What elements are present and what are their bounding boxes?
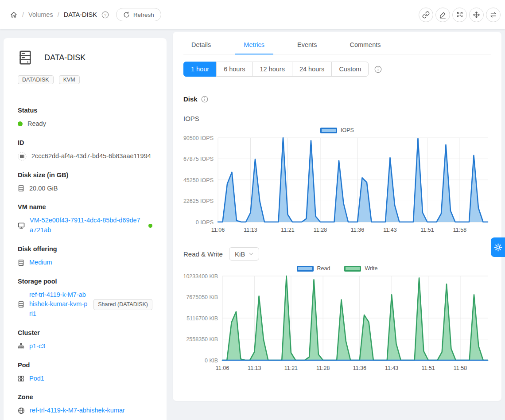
range-1-hour[interactable]: 1 hour	[183, 62, 217, 77]
section-id: ID 2ccc62dd-af4a-43d7-bd45-6b83aae11994	[18, 139, 152, 161]
storage-pool-link[interactable]: ref-trl-4119-k-M7-abhishek-kumar-kvm-pri…	[29, 290, 89, 319]
svg-text:7675050 KiB: 7675050 KiB	[186, 294, 218, 300]
svg-text:45250 IOPS: 45250 IOPS	[183, 177, 214, 183]
svg-text:11:51: 11:51	[420, 227, 434, 233]
disk-heading: Disk	[183, 95, 198, 103]
disk-info-icon[interactable]	[201, 96, 208, 103]
range-custom[interactable]: Custom	[331, 62, 369, 77]
disk-offering-link[interactable]: Medium	[29, 258, 52, 268]
tag-kvm: KVM	[59, 75, 80, 84]
svg-text:11:13: 11:13	[244, 227, 257, 233]
breadcrumb-separator: /	[22, 11, 24, 18]
svg-text:11:58: 11:58	[453, 227, 466, 233]
detail-panel: Details Metrics Events Comments 1 hour 6…	[173, 32, 501, 401]
disk-offering-label: Disk offering	[18, 245, 152, 253]
legend-swatch-read[interactable]	[297, 266, 314, 272]
svg-text:0 IOPS: 0 IOPS	[196, 219, 214, 226]
svg-text:?: ?	[104, 12, 106, 17]
section-pod: Pod Pod1	[18, 362, 152, 384]
breadcrumb: / Volumes / DATA-DISK ?	[10, 11, 109, 19]
iops-title: IOPS	[183, 115, 199, 122]
section-disk-offering: Disk offering Medium	[18, 245, 152, 268]
svg-text:11:13: 11:13	[248, 365, 261, 371]
resource-sidebar: DATA-DISK DATADISK KVM Status Ready ID	[4, 38, 167, 420]
svg-text:11:06: 11:06	[216, 365, 229, 371]
info-icon[interactable]	[374, 66, 382, 73]
id-label: ID	[18, 139, 152, 146]
section-disk-size: Disk size (in GB) 20.00 GiB	[18, 171, 152, 194]
svg-text:0 KiB: 0 KiB	[205, 358, 218, 364]
refresh-label: Refresh	[133, 12, 154, 18]
resource-title: DATA-DISK	[44, 53, 85, 62]
breadcrumb-volumes-link[interactable]: Volumes	[28, 11, 53, 18]
breadcrumb-current: DATA-DISK	[64, 11, 97, 18]
pod-icon	[18, 375, 24, 382]
globe-icon	[18, 407, 25, 414]
legend-swatch-iops[interactable]	[320, 128, 337, 133]
edit-button[interactable]	[435, 8, 450, 22]
svg-text:11:28: 11:28	[314, 227, 327, 233]
storage-pool-label: Storage pool	[18, 278, 152, 285]
time-range-group: 1 hour 6 hours 12 hours 24 hours Custom	[183, 62, 491, 77]
range-6-hours[interactable]: 6 hours	[216, 62, 252, 77]
vm-state-dot	[148, 224, 152, 228]
range-12-hours[interactable]: 12 hours	[252, 62, 292, 77]
tab-details[interactable]: Details	[189, 41, 214, 54]
legend-swatch-write[interactable]	[344, 266, 361, 272]
barcode-icon	[18, 152, 27, 161]
status-dot	[18, 121, 23, 126]
legend-label-write[interactable]: Write	[365, 265, 377, 272]
legend-label-read[interactable]: Read	[317, 265, 330, 272]
section-vm-name: VM name VM-52e00f43-7911-4dc4-85bd-d69de…	[18, 203, 152, 235]
iops-legend: IOPS	[183, 127, 491, 133]
svg-text:11:21: 11:21	[284, 365, 298, 371]
svg-text:11:43: 11:43	[383, 227, 396, 233]
help-icon[interactable]: ?	[101, 11, 109, 19]
range-24-hours[interactable]: 24 hours	[292, 62, 332, 77]
disk-heading-row: Disk	[183, 95, 491, 103]
storage-pool-icon	[18, 301, 24, 308]
cluster-icon	[18, 343, 24, 350]
disk-offering-icon	[18, 259, 24, 266]
svg-text:22625 IOPS: 22625 IOPS	[183, 198, 214, 204]
rw-title-row: Read & Write KiB	[183, 247, 491, 261]
svg-text:11:36: 11:36	[351, 227, 364, 233]
top-header: / Volumes / DATA-DISK ? Refresh	[0, 0, 505, 29]
pod-label: Pod	[18, 362, 152, 369]
status-value: Ready	[27, 119, 46, 129]
svg-text:11:36: 11:36	[353, 365, 366, 371]
storage-pool-badge: Shared (DATADISK)	[93, 299, 152, 310]
vm-name-label: VM name	[18, 203, 152, 210]
svg-text:11:28: 11:28	[316, 365, 330, 371]
zone-link[interactable]: ref-trl-4119-k-M7-abhishek-kumar	[30, 406, 125, 416]
tab-bar: Details Metrics Events Comments	[183, 32, 491, 54]
pod-link[interactable]: Pod1	[29, 374, 44, 384]
chevron-down-icon	[249, 253, 253, 255]
id-value: 2ccc62dd-af4a-43d7-bd45-6b83aae11994	[31, 152, 151, 161]
disk-size-value: 20.00 GiB	[29, 184, 58, 194]
move-button[interactable]	[469, 8, 484, 22]
tab-events[interactable]: Events	[295, 41, 319, 54]
settings-fab[interactable]	[491, 237, 505, 257]
vm-name-link[interactable]: VM-52e00f43-7911-4dc4-85bd-d69de7a721ab	[30, 216, 144, 235]
svg-text:67875 IOPS: 67875 IOPS	[183, 156, 214, 162]
home-icon[interactable]	[10, 11, 18, 19]
disk-icon	[18, 185, 24, 192]
tab-comments[interactable]: Comments	[347, 41, 383, 54]
refresh-button[interactable]: Refresh	[116, 8, 161, 21]
gear-icon	[494, 243, 502, 252]
swap-button[interactable]	[486, 8, 501, 22]
link-button[interactable]	[419, 8, 433, 22]
svg-text:90500 IOPS: 90500 IOPS	[183, 135, 214, 141]
legend-label-iops[interactable]: IOPS	[341, 127, 354, 133]
tab-metrics[interactable]: Metrics	[241, 41, 267, 54]
cluster-link[interactable]: p1-c3	[29, 342, 45, 351]
status-label: Status	[18, 107, 152, 114]
unit-select[interactable]: KiB	[229, 247, 259, 261]
section-cluster: Cluster p1-c3	[18, 329, 152, 351]
iops-chart: 0 IOPS22625 IOPS45250 IOPS67875 IOPS9050…	[183, 133, 491, 241]
svg-text:11:06: 11:06	[211, 227, 225, 233]
read-write-chart: 0 KiB2558350 KiB5116700 KiB7675050 KiB10…	[183, 272, 491, 380]
expand-button[interactable]	[452, 8, 467, 22]
rw-title: Read & Write	[183, 250, 223, 258]
